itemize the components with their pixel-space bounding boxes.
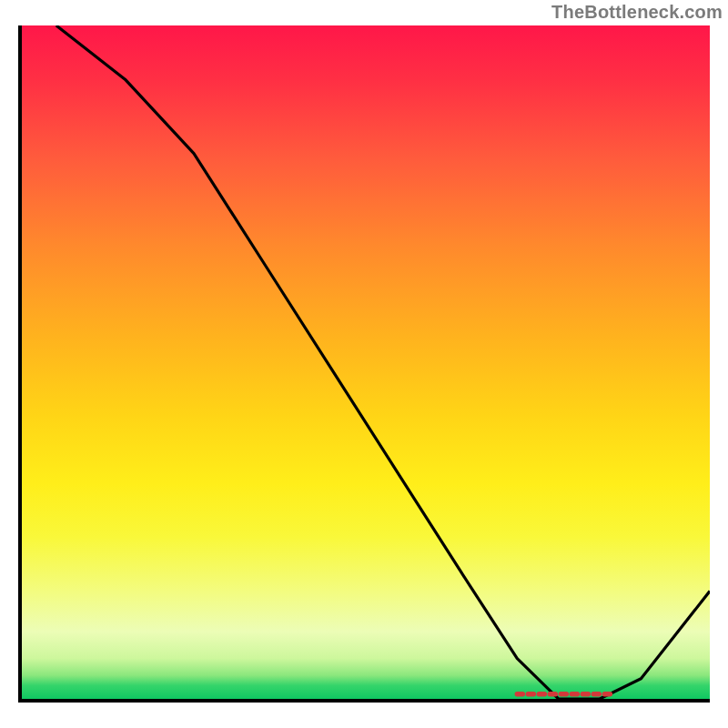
app-root: TheBottleneck.com <box>0 0 728 728</box>
attribution-text: TheBottleneck.com <box>551 2 723 23</box>
bottleneck-curve <box>56 25 710 699</box>
chart-svg <box>22 25 710 699</box>
chart-area <box>18 25 710 703</box>
